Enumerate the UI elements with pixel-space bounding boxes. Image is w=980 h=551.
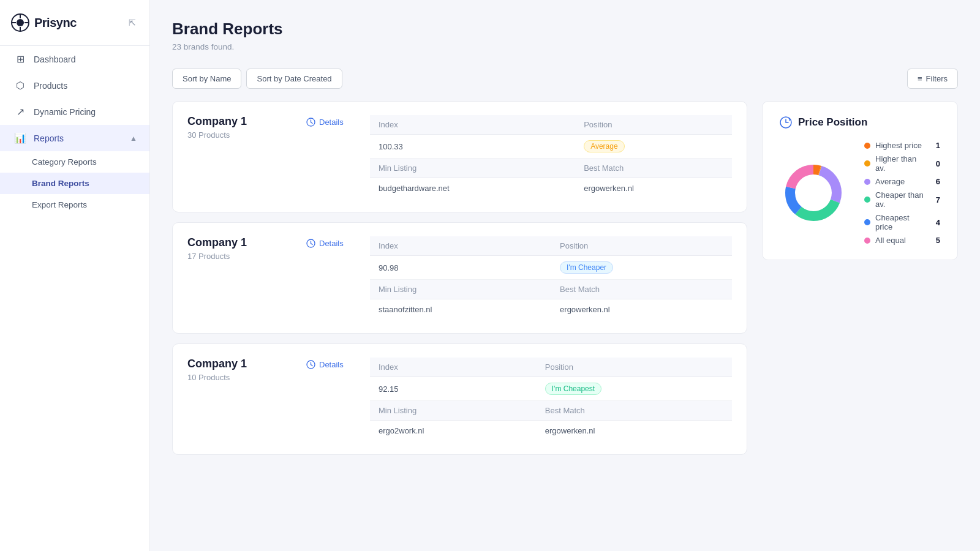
company-cards-column: Company 1 30 Products Details xyxy=(172,101,747,455)
price-position-icon xyxy=(780,116,792,129)
filters-button[interactable]: ≡ Filters xyxy=(907,69,958,89)
sidebar-item-category-reports[interactable]: Category Reports xyxy=(0,151,149,173)
legend-dot-equal xyxy=(864,238,870,244)
legend-item-highest: Highest price 1 xyxy=(864,141,940,150)
sidebar-item-products[interactable]: ⬡ Products xyxy=(0,72,149,99)
table-row: 90.98 I'm Cheaper xyxy=(370,256,732,280)
company-card-3: Company 1 10 Products Details xyxy=(172,343,747,455)
company-table-2: Index Position 90.98 I'm Cheaper xyxy=(370,236,732,320)
logo-icon xyxy=(11,13,29,32)
reports-expand-icon: ▲ xyxy=(130,134,137,143)
filter-icon: ≡ xyxy=(918,74,922,83)
details-link-1[interactable]: Details xyxy=(306,118,355,127)
sort-by-name-button[interactable]: Sort by Name xyxy=(172,69,241,89)
svg-line-14 xyxy=(311,365,313,366)
table-row: Min Listing Best Match xyxy=(370,159,732,178)
reports-icon: 📊 xyxy=(14,132,26,144)
legend-item-cheaper: Cheaper than av. 7 xyxy=(864,190,940,209)
sidebar-item-brand-reports[interactable]: Brand Reports xyxy=(0,173,149,194)
table-row: staanofzitten.nl ergowerken.nl xyxy=(370,299,732,320)
sidebar-logo-area: Prisync ⇱ xyxy=(0,0,149,46)
logo-text: Prisync xyxy=(34,16,77,30)
details-link-2[interactable]: Details xyxy=(306,239,355,248)
table-row: ergo2work.nl ergowerken.nl xyxy=(370,421,732,441)
legend-item-cheapest: Cheapest price 4 xyxy=(864,213,940,231)
details-clock-icon-1 xyxy=(306,118,315,127)
company-name-2: Company 1 xyxy=(187,236,292,249)
table-row: Min Listing Best Match xyxy=(370,280,732,299)
details-clock-icon-3 xyxy=(306,360,315,369)
company-card-2: Company 1 17 Products Details xyxy=(172,222,747,334)
sidebar-nav: ⊞ Dashboard ⬡ Products ↗ Dynamic Pricing… xyxy=(0,46,149,216)
table-row: budgethardware.net ergowerken.nl xyxy=(370,178,732,199)
price-position-legend: Highest price 1 Higher than av. 0 Averag… xyxy=(864,141,940,245)
col-position: Position xyxy=(537,358,732,377)
legend-dot-highest xyxy=(864,143,870,149)
price-position-card: Price Position xyxy=(762,101,958,260)
col-index: Index xyxy=(370,358,537,377)
company-name-3: Company 1 xyxy=(187,358,292,370)
col-position: Position xyxy=(551,236,732,256)
legend-item-equal: All equal 5 xyxy=(864,236,940,245)
company-products-1: 30 Products xyxy=(187,130,292,140)
company-products-3: 10 Products xyxy=(187,373,292,382)
dynamic-pricing-icon: ↗ xyxy=(14,106,26,118)
company-products-2: 17 Products xyxy=(187,252,292,261)
legend-item-higher: Higher than av. 0 xyxy=(864,154,940,173)
svg-line-11 xyxy=(311,244,313,245)
sidebar-item-dashboard[interactable]: ⊞ Dashboard xyxy=(0,46,149,72)
company-info-1: Company 1 30 Products xyxy=(187,115,292,140)
legend-item-average: Average 6 xyxy=(864,177,940,186)
table-row: Min Listing Best Match xyxy=(370,401,732,421)
page-subtitle: 23 brands found. xyxy=(172,42,958,51)
company-name-1: Company 1 xyxy=(187,115,292,128)
page-title: Brand Reports xyxy=(172,20,958,39)
logo: Prisync xyxy=(11,13,77,32)
company-info-3: Company 1 10 Products xyxy=(187,358,292,382)
sidebar-item-reports[interactable]: 📊 Reports ▲ xyxy=(0,125,149,151)
position-badge-3: I'm Cheapest xyxy=(545,383,601,395)
table-row: 92.15 I'm Cheapest xyxy=(370,377,732,401)
svg-point-1 xyxy=(17,19,24,26)
company-info-2: Company 1 17 Products xyxy=(187,236,292,261)
dashboard-icon: ⊞ xyxy=(14,53,26,65)
price-position-header: Price Position xyxy=(780,116,940,129)
svg-point-23 xyxy=(797,177,829,209)
donut-chart xyxy=(780,159,847,227)
legend-dot-cheaper xyxy=(864,197,870,203)
svg-line-8 xyxy=(311,122,313,124)
company-table-1: Index Position 100.33 Average xyxy=(370,115,732,198)
sort-by-date-button[interactable]: Sort by Date Created xyxy=(246,69,342,89)
price-position-body: Highest price 1 Higher than av. 0 Averag… xyxy=(780,141,940,245)
table-row: 100.33 Average xyxy=(370,135,732,159)
company-table-3: Index Position 92.15 I'm Cheapest xyxy=(370,358,732,441)
sidebar-item-export-reports[interactable]: Export Reports xyxy=(0,194,149,216)
legend-dot-cheapest xyxy=(864,219,870,225)
legend-dot-higher xyxy=(864,160,870,167)
legend-dot-average xyxy=(864,179,870,185)
sidebar-collapse-button[interactable]: ⇱ xyxy=(126,15,138,30)
price-position-title: Price Position xyxy=(798,116,867,129)
col-position: Position xyxy=(575,115,732,135)
details-clock-icon-2 xyxy=(306,239,315,248)
details-link-3[interactable]: Details xyxy=(306,360,355,369)
reports-subnav: Category Reports Brand Reports Export Re… xyxy=(0,151,149,216)
toolbar: Sort by Name Sort by Date Created ≡ Filt… xyxy=(172,69,958,89)
col-index: Index xyxy=(370,236,551,256)
content-grid: Company 1 30 Products Details xyxy=(172,101,958,455)
position-badge-1: Average xyxy=(584,140,624,152)
sidebar-item-dynamic-pricing[interactable]: ↗ Dynamic Pricing xyxy=(0,99,149,125)
main-content: Brand Reports 23 brands found. Sort by N… xyxy=(150,0,980,551)
col-index: Index xyxy=(370,115,575,135)
position-badge-2: I'm Cheaper xyxy=(560,261,613,274)
company-card-1: Company 1 30 Products Details xyxy=(172,101,747,212)
sidebar: Prisync ⇱ ⊞ Dashboard ⬡ Products ↗ Dynam… xyxy=(0,0,150,551)
products-icon: ⬡ xyxy=(14,80,26,91)
